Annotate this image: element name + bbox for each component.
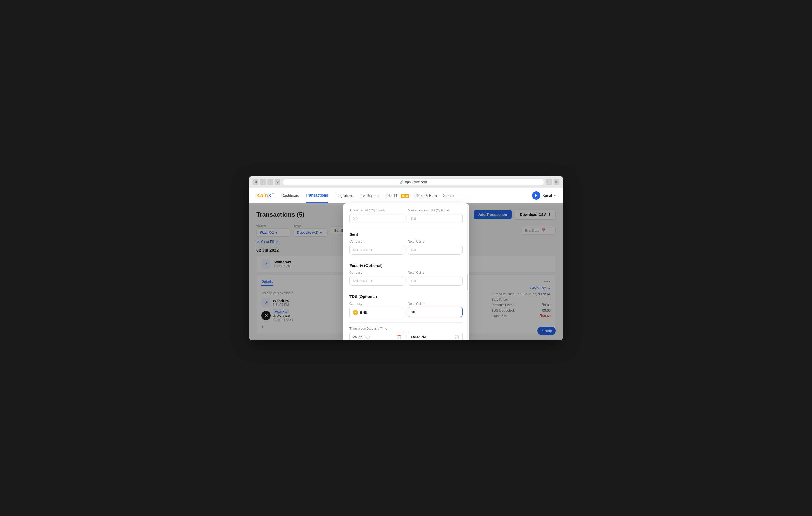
reload-btn[interactable]: ↺: [275, 179, 281, 185]
back-btn[interactable]: ←: [260, 179, 266, 185]
divider-3: [349, 290, 463, 290]
fees-currency-group: Currency Select a Coin: [349, 271, 404, 286]
browser-action-1[interactable]: ⊡: [546, 179, 552, 185]
forward-btn[interactable]: →: [267, 179, 273, 185]
datetime-label: Transaction Date and Time: [349, 327, 463, 330]
user-dropdown-icon[interactable]: ▾: [554, 194, 556, 198]
fees-coins-input[interactable]: [408, 276, 463, 286]
amount-inr-group: Amount in INR (Optional): [349, 209, 404, 223]
main-area: Transactions (5) Add Transaction Downloa…: [249, 203, 563, 340]
tds-currency-select[interactable]: B BNB: [349, 307, 404, 318]
fees-coins-label: No.of Coins: [408, 271, 463, 274]
tds-coins-group: No.of Coins: [408, 302, 463, 318]
fees-row: Currency Select a Coin No.of Coins: [349, 271, 463, 286]
tds-coins-input[interactable]: [408, 307, 463, 317]
nav-right: K Kunal ▾: [532, 191, 556, 200]
fees-currency-label: Currency: [349, 271, 404, 274]
market-price-input[interactable]: [408, 214, 463, 223]
nav-transactions[interactable]: Transactions: [306, 188, 328, 203]
logo: KoinX™: [256, 193, 274, 199]
sent-section-title: Sent: [349, 232, 463, 237]
sidebar-toggle-btn[interactable]: ⊞: [253, 179, 258, 185]
time-clock-icon: 🕐: [455, 335, 459, 339]
amount-inr-label: Amount in INR (Optional): [349, 209, 404, 212]
browser-action-2[interactable]: ⧉: [554, 179, 559, 185]
fees-coins-group: No.of Coins: [408, 271, 463, 286]
nav-file-itr[interactable]: File ITR NEW: [386, 189, 409, 202]
address-bar[interactable]: 🔗 app.koinx.com: [283, 179, 544, 185]
navbar: KoinX™ Dashboard Transactions Integratio…: [249, 188, 563, 203]
avatar: K: [532, 191, 541, 200]
scrollbar-thumb[interactable]: [467, 274, 468, 290]
url-display: app.koinx.com: [405, 180, 427, 184]
divider-4: [349, 322, 463, 323]
datetime-group: Transaction Date and Time 05-09-2023 📅 0…: [349, 327, 463, 340]
tds-section-title: TDS (Optional): [349, 294, 463, 299]
nav-links: Dashboard Transactions Integrations Tax …: [282, 188, 525, 203]
sent-currency-label: Currency: [349, 240, 404, 243]
nav-dashboard[interactable]: Dashboard: [282, 189, 299, 202]
tds-currency-group: Currency B BNB: [349, 302, 404, 318]
date-calendar-icon: 📅: [396, 335, 401, 339]
tds-currency-label: Currency: [349, 302, 404, 306]
sent-currency-select[interactable]: Select a Coin: [349, 245, 404, 254]
sent-coins-label: No.of Coins: [408, 240, 463, 243]
sent-currency-group: Currency Select a Coin: [349, 240, 404, 254]
market-price-label: Market Price in INR (Optional): [408, 209, 463, 212]
sent-row: Currency Select a Coin No.of Coins: [349, 240, 463, 254]
date-input[interactable]: 05-09-2023 📅: [349, 332, 404, 340]
modal-body: Amount in INR (Optional) Market Price in…: [343, 203, 469, 340]
scrollbar-track: [467, 203, 468, 340]
inr-row: Amount in INR (Optional) Market Price in…: [349, 209, 463, 223]
sent-coins-input[interactable]: [408, 245, 463, 254]
market-price-group: Market Price in INR (Optional): [408, 209, 463, 223]
nav-xplore[interactable]: Xplore: [443, 189, 454, 202]
tds-row: Currency B BNB No.of Coins: [349, 302, 463, 318]
nav-refer-earn[interactable]: Refer & Earn: [416, 189, 437, 202]
sent-coins-group: No.of Coins: [408, 240, 463, 254]
amount-inr-input[interactable]: [349, 214, 404, 223]
divider-2: [349, 259, 463, 259]
fees-currency-select[interactable]: Select a Coin: [349, 276, 404, 286]
bnb-icon: B: [353, 310, 358, 315]
nav-tax-reports[interactable]: Tax Reports: [360, 189, 380, 202]
tds-coins-label: No.of Coins: [408, 302, 463, 306]
new-badge: NEW: [401, 194, 409, 198]
datetime-row: 05-09-2023 📅 09:32 PM 🕐: [349, 332, 463, 340]
add-transaction-modal: Amount in INR (Optional) Market Price in…: [343, 203, 469, 340]
modal-overlay: Amount in INR (Optional) Market Price in…: [249, 203, 563, 340]
user-name[interactable]: Kunal: [543, 193, 552, 198]
fees-section-title: Fees % (Optional): [349, 263, 463, 268]
nav-integrations[interactable]: Integrations: [335, 189, 354, 202]
time-input[interactable]: 09:32 PM 🕐: [408, 332, 463, 340]
